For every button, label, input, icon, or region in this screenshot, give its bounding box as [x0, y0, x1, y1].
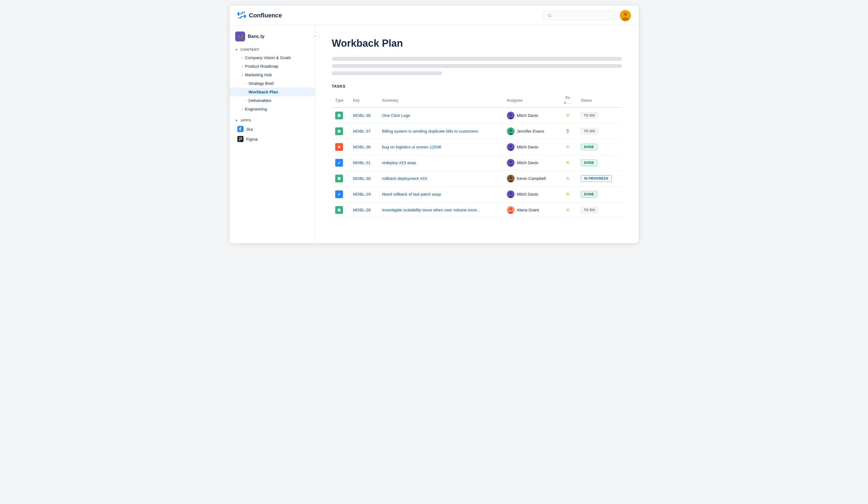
assignee-avatar: [507, 127, 515, 135]
sidebar-item-workback-plan[interactable]: • Workback Plan: [230, 88, 315, 96]
cell-assignee: Alana Grant: [504, 202, 558, 218]
tasks-section: TASKS Type Key Summary Assignee Pri o...: [332, 84, 622, 218]
col-type: Type: [332, 93, 350, 107]
sidebar-item-label: Product Roadmap: [245, 64, 278, 69]
sidebar-item-figma[interactable]: Figma: [230, 134, 315, 144]
app-label: Jira: [246, 127, 253, 132]
table-row: MOBL-30rollback deployment #23Kevin Camp…: [332, 171, 622, 186]
cell-assignee: Kevin Campbell: [504, 171, 558, 186]
svg-point-8: [240, 138, 242, 140]
apps-section: ▼ APPS Jira: [230, 116, 315, 144]
cell-key[interactable]: MOBL-31: [350, 155, 379, 171]
cell-key[interactable]: MOBL-28: [350, 202, 379, 218]
cell-key[interactable]: MOBL-38: [350, 107, 379, 124]
cell-summary[interactable]: redeploy #23 asap: [379, 155, 504, 171]
section-chevron: ▼: [235, 119, 238, 122]
app-label: Figma: [246, 137, 258, 142]
cell-type: [332, 107, 350, 124]
sidebar-item-engineering[interactable]: › Engineering: [230, 105, 315, 113]
assignee-avatar: [507, 112, 515, 119]
type-task-icon: [335, 191, 343, 198]
cell-type: [332, 123, 350, 139]
sidebar-item-product-roadmap[interactable]: › Product Roadmap: [230, 62, 315, 71]
type-bug-icon: [335, 143, 343, 151]
svg-point-11: [509, 113, 512, 116]
priority-high-icon: ⇑: [561, 128, 574, 135]
assignee-avatar: [507, 191, 515, 198]
sidebar: ‹ 🦋 Banc.ly ▼ CONTENT › Company Vision &…: [230, 25, 315, 243]
type-story-icon: [335, 127, 343, 135]
assignee-name: Alana Grant: [517, 207, 539, 212]
svg-rect-9: [338, 114, 340, 117]
space-header: 🦋 Banc.ly: [230, 30, 315, 46]
section-label-apps: ▼ APPS: [230, 116, 315, 124]
cell-summary[interactable]: Investigate scalability issue when user …: [379, 202, 504, 218]
status-badge: TO DO: [581, 112, 598, 119]
svg-point-26: [509, 176, 512, 179]
priority-medium-icon: ≡: [561, 160, 574, 165]
priority-medium-icon: ≡: [561, 112, 574, 118]
table-row: MOBL-29Need rollback of last patch asapM…: [332, 186, 622, 202]
sidebar-item-jira[interactable]: Jira: [230, 124, 315, 134]
logo-area: Confluence: [237, 11, 282, 20]
assignee-name: Kevin Campbell: [517, 176, 546, 181]
sidebar-item-marketing-hub[interactable]: › Marketing Hub: [230, 71, 315, 79]
sidebar-item-label: Engineering: [245, 107, 267, 111]
col-priority: Pri o...: [558, 93, 578, 107]
chevron-icon: ›: [242, 107, 243, 111]
status-badge: DONE: [581, 144, 597, 150]
svg-point-19: [509, 145, 512, 147]
cell-key[interactable]: MOBL-36: [350, 139, 379, 155]
svg-rect-24: [338, 177, 340, 180]
type-story-icon: [335, 175, 343, 182]
cell-status: DONE: [578, 186, 622, 202]
type-story-icon: [335, 206, 343, 214]
sidebar-collapse-button[interactable]: ‹: [312, 32, 319, 40]
search-box[interactable]: [544, 11, 616, 20]
status-badge: IN PROGRESS: [581, 175, 611, 182]
search-icon: [548, 13, 551, 18]
svg-point-2: [623, 12, 627, 16]
sidebar-item-deliverables[interactable]: • Deliverables: [230, 96, 315, 105]
cell-summary[interactable]: rollback deployment #23: [379, 171, 504, 186]
cell-key[interactable]: MOBL-30: [350, 171, 379, 186]
sidebar-item-company-vision[interactable]: › Company Vision & Goals: [230, 53, 315, 62]
cell-assignee: Mitch Davis: [504, 186, 558, 202]
avatar[interactable]: [620, 10, 631, 21]
cell-assignee: Mitch Davis: [504, 155, 558, 171]
svg-point-22: [509, 161, 512, 163]
status-badge: DONE: [581, 191, 597, 197]
cell-summary[interactable]: bug on logistics ui screen 12038: [379, 139, 504, 155]
cell-key[interactable]: MOBL-37: [350, 123, 379, 139]
cell-summary[interactable]: Billing system is sending duplicate bill…: [379, 123, 504, 139]
sidebar-item-label: Company Vision & Goals: [245, 55, 291, 60]
cell-assignee: Mitch Davis: [504, 139, 558, 155]
search-input[interactable]: [554, 13, 611, 18]
svg-rect-7: [239, 140, 240, 141]
sidebar-item-strategy-brief[interactable]: • Strategy Brief: [230, 79, 315, 88]
table-row: MOBL-36bug on logistics ui screen 12038M…: [332, 139, 622, 155]
priority-medium-icon: ≡: [561, 191, 574, 197]
jira-icon: [237, 126, 244, 132]
cell-summary[interactable]: Need rollback of last patch asap: [379, 186, 504, 202]
sidebar-item-label: Workback Plan: [248, 90, 278, 94]
cell-status: DONE: [578, 155, 622, 171]
cell-priority: ≡: [558, 186, 578, 202]
assignee-name: Jennifer Evans: [517, 129, 544, 133]
cell-assignee: Jennifer Evans: [504, 123, 558, 139]
cell-key[interactable]: MOBL-29: [350, 186, 379, 202]
cell-priority: ≡: [558, 107, 578, 124]
priority-medium-icon: ≡: [561, 144, 574, 150]
cell-status: IN PROGRESS: [578, 171, 622, 186]
section-label-content: ▼ CONTENT: [230, 46, 315, 53]
col-summary: Summary: [379, 93, 504, 107]
cell-priority: ≡: [558, 171, 578, 186]
assignee-avatar: [507, 175, 515, 182]
skeleton-line-1: [332, 57, 622, 61]
cell-priority: ⇑: [558, 123, 578, 139]
cell-type: [332, 139, 350, 155]
svg-rect-13: [338, 130, 340, 133]
section-chevron: ▼: [235, 48, 238, 51]
cell-summary[interactable]: One Click Logs: [379, 107, 504, 124]
status-badge: TO DO: [581, 207, 598, 213]
